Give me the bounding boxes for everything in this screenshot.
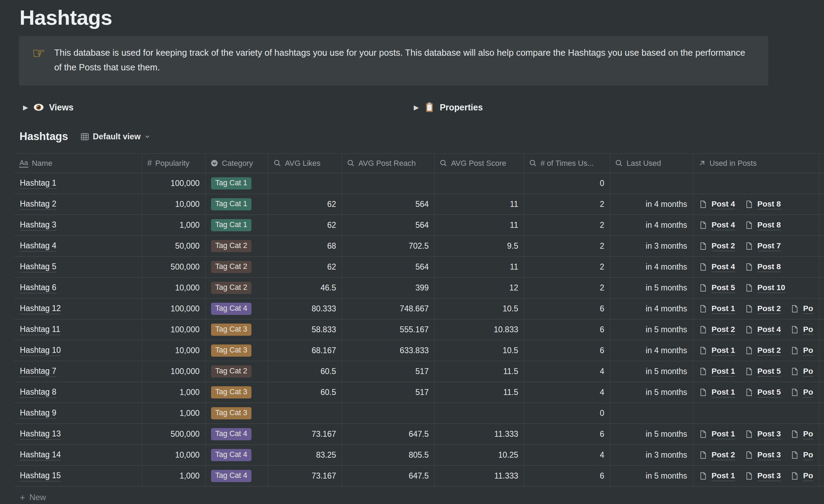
- avg_likes-cell[interactable]: 62: [269, 257, 342, 277]
- post-link[interactable]: Post 4: [699, 220, 735, 230]
- new-row-button[interactable]: + New: [14, 487, 824, 504]
- post-link[interactable]: Post 8: [745, 262, 781, 272]
- toggle-triangle-icon[interactable]: ▶: [23, 104, 28, 111]
- last_used-cell[interactable]: in 3 months: [610, 236, 693, 256]
- last_used-cell[interactable]: in 5 months: [610, 424, 693, 444]
- avg_likes-cell[interactable]: 58.833: [269, 319, 342, 340]
- row-name-link[interactable]: Hashtag 12: [20, 304, 61, 314]
- post-link[interactable]: Po: [790, 346, 813, 356]
- post-link[interactable]: Post 1: [699, 367, 735, 377]
- popularity-cell[interactable]: 1,000: [142, 403, 205, 424]
- times_used-cell[interactable]: 6: [524, 319, 610, 340]
- last_used-cell[interactable]: [610, 403, 693, 424]
- column-header-last_used[interactable]: Last Used: [610, 154, 693, 173]
- row-name-link[interactable]: Hashtag 7: [20, 366, 56, 377]
- times_used-cell[interactable]: 4: [524, 361, 610, 382]
- post-link[interactable]: Post 1: [699, 346, 735, 356]
- row-name-link[interactable]: Hashtag 15: [20, 471, 61, 481]
- row-name-link[interactable]: Hashtag 2: [20, 199, 56, 210]
- post-link[interactable]: Post 5: [745, 388, 781, 397]
- name-cell[interactable]: Hashtag 8: [14, 382, 142, 403]
- used_in_posts-cell[interactable]: Post 1Post 3Po: [693, 424, 819, 444]
- category-cell[interactable]: Tag Cat 3: [205, 319, 269, 340]
- avg_post_reach-cell[interactable]: [342, 403, 435, 424]
- row-name-link[interactable]: Hashtag 5: [20, 262, 56, 272]
- avg_likes-cell[interactable]: 73.167: [269, 466, 342, 486]
- category-cell[interactable]: Tag Cat 1: [205, 173, 269, 194]
- post-link[interactable]: Post 1: [699, 304, 735, 314]
- avg_post_score-cell[interactable]: 11: [435, 215, 524, 235]
- used_in_posts-cell[interactable]: [693, 173, 819, 194]
- avg_post_reach-cell[interactable]: 748.667: [342, 298, 435, 319]
- used_in_posts-cell[interactable]: Post 4Post 8: [693, 215, 819, 235]
- post-link[interactable]: Post 5: [745, 367, 781, 377]
- avg_likes-cell[interactable]: 62: [269, 215, 342, 235]
- avg_post_reach-cell[interactable]: 564: [342, 194, 435, 215]
- name-cell[interactable]: Hashtag 15: [14, 466, 142, 486]
- category-cell[interactable]: Tag Cat 2: [205, 361, 269, 382]
- popularity-cell[interactable]: 10,000: [142, 445, 205, 465]
- avg_post_reach-cell[interactable]: 564: [342, 215, 435, 235]
- avg_post_score-cell[interactable]: 12: [435, 278, 524, 298]
- column-header-avg_likes[interactable]: AVG Likes: [269, 154, 342, 173]
- post-link[interactable]: Post 2: [699, 325, 735, 335]
- post-link[interactable]: Po: [790, 450, 813, 460]
- row-name-link[interactable]: Hashtag 11: [20, 325, 60, 335]
- popularity-cell[interactable]: 10,000: [142, 278, 205, 298]
- row-name-link[interactable]: Hashtag 3: [20, 220, 56, 231]
- post-link[interactable]: Po: [790, 429, 813, 439]
- name-cell[interactable]: Hashtag 4: [14, 236, 142, 256]
- row-name-link[interactable]: Hashtag 1: [20, 178, 56, 189]
- post-link[interactable]: Post 4: [745, 325, 781, 335]
- popularity-cell[interactable]: 100,000: [142, 298, 205, 319]
- views-toggle[interactable]: ▶ Views: [23, 102, 73, 113]
- avg_post_score-cell[interactable]: 11.5: [435, 382, 524, 403]
- post-link[interactable]: Post 8: [745, 220, 781, 230]
- properties-toggle[interactable]: ▶ Properties: [414, 102, 483, 113]
- popularity-cell[interactable]: 100,000: [142, 173, 205, 194]
- avg_post_score-cell[interactable]: 11.333: [435, 466, 524, 486]
- popularity-cell[interactable]: 10,000: [142, 194, 205, 215]
- category-cell[interactable]: Tag Cat 2: [205, 257, 269, 277]
- popularity-cell[interactable]: 1,000: [142, 382, 205, 403]
- post-link[interactable]: Post 2: [699, 450, 735, 460]
- avg_likes-cell[interactable]: 46.5: [269, 278, 342, 298]
- name-cell[interactable]: Hashtag 1: [14, 173, 142, 194]
- avg_post_reach-cell[interactable]: 805.5: [342, 445, 435, 465]
- avg_post_score-cell[interactable]: [435, 403, 524, 424]
- post-link[interactable]: Po: [790, 388, 813, 397]
- name-cell[interactable]: Hashtag 7: [14, 361, 142, 382]
- avg_post_score-cell[interactable]: 10.833: [435, 319, 524, 340]
- avg_likes-cell[interactable]: 60.5: [269, 382, 342, 403]
- used_in_posts-cell[interactable]: Post 4Post 8: [693, 257, 819, 277]
- avg_post_score-cell[interactable]: 11.333: [435, 424, 524, 444]
- last_used-cell[interactable]: [610, 173, 693, 194]
- category-cell[interactable]: Tag Cat 4: [205, 424, 269, 444]
- category-cell[interactable]: Tag Cat 1: [205, 194, 269, 215]
- category-cell[interactable]: Tag Cat 1: [205, 215, 269, 235]
- post-link[interactable]: Po: [790, 304, 813, 314]
- popularity-cell[interactable]: 100,000: [142, 319, 205, 340]
- column-header-avg_post_reach[interactable]: AVG Post Reach: [342, 154, 435, 173]
- category-cell[interactable]: Tag Cat 4: [205, 466, 269, 486]
- avg_post_reach-cell[interactable]: 647.5: [342, 466, 435, 486]
- name-cell[interactable]: Hashtag 6: [14, 278, 142, 298]
- times_used-cell[interactable]: 0: [524, 173, 610, 194]
- post-link[interactable]: Post 1: [699, 388, 735, 397]
- avg_likes-cell[interactable]: 80.333: [269, 298, 342, 319]
- row-name-link[interactable]: Hashtag 6: [20, 283, 56, 293]
- name-cell[interactable]: Hashtag 5: [14, 257, 142, 277]
- category-cell[interactable]: Tag Cat 3: [205, 403, 269, 424]
- avg_likes-cell[interactable]: 68: [269, 236, 342, 256]
- post-link[interactable]: Post 5: [699, 283, 735, 293]
- avg_post_reach-cell[interactable]: 555.167: [342, 319, 435, 340]
- post-link[interactable]: Po: [790, 367, 813, 377]
- avg_post_score-cell[interactable]: 11.5: [435, 361, 524, 382]
- times_used-cell[interactable]: 0: [524, 403, 610, 424]
- last_used-cell[interactable]: in 4 months: [610, 257, 693, 277]
- name-cell[interactable]: Hashtag 12: [14, 298, 142, 319]
- column-header-category[interactable]: Category: [205, 154, 269, 173]
- times_used-cell[interactable]: 2: [524, 194, 610, 215]
- name-cell[interactable]: Hashtag 3: [14, 215, 142, 235]
- last_used-cell[interactable]: in 4 months: [610, 298, 693, 319]
